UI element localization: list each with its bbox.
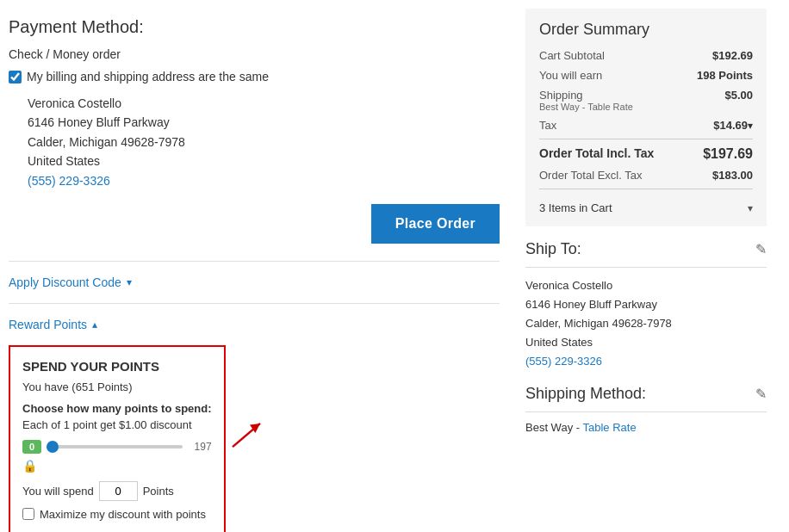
slider-row: 0 197	[22, 440, 212, 454]
items-in-cart-row[interactable]: 3 Items in Cart ▾	[539, 196, 753, 214]
billing-name: Veronica Costello	[28, 94, 500, 113]
spend-points-title: SPEND YOUR POINTS	[22, 359, 212, 374]
shipping-method-edit-icon[interactable]: ✎	[755, 386, 767, 402]
order-total-incl-row: Order Total Incl. Tax $197.69	[539, 146, 753, 162]
you-have-suffix: )	[128, 380, 132, 393]
apply-discount-toggle[interactable]: Apply Discount Code ▾	[9, 269, 500, 296]
order-total-incl-value: $197.69	[703, 146, 753, 162]
reward-chevron-icon: ▴	[92, 319, 97, 331]
ship-phone: (555) 229-3326	[525, 352, 767, 371]
you-have-prefix: You have (	[22, 380, 76, 393]
summary-divider	[539, 139, 753, 139]
left-column: Payment Method: Check / Money order My b…	[0, 9, 517, 532]
shipping-method-header: Shipping Method: ✎	[525, 385, 767, 403]
billing-phone: (555) 229-3326	[28, 171, 500, 190]
maximize-row: Maximize my discount with points	[22, 508, 212, 521]
billing-same-label: My billing and shipping address are the …	[27, 70, 269, 84]
right-column: Order Summary Cart Subtotal $192.69 You …	[517, 9, 775, 532]
payment-method-title: Payment Method:	[9, 17, 500, 37]
ship-street: 6146 Honey Bluff Parkway	[525, 295, 767, 314]
tax-value: $14.69▾	[713, 119, 753, 132]
tax-label: Tax	[539, 119, 556, 132]
shipping-method-sub: Best Way - Table Rate	[539, 102, 633, 112]
cart-subtotal-value: $192.69	[712, 49, 753, 62]
lock-icon: 🔒	[22, 459, 37, 473]
shipping-method-title: Shipping Method:	[525, 385, 646, 403]
earn-value: 198 Points	[697, 69, 753, 82]
tax-row: Tax $14.69▾	[539, 119, 753, 132]
tax-chevron[interactable]: ▾	[748, 120, 753, 132]
order-total-excl-value: $183.00	[712, 169, 753, 182]
ship-to-section: Ship To: ✎ Veronica Costello 6146 Honey …	[525, 240, 767, 371]
place-order-button[interactable]: Place Order	[371, 204, 500, 244]
spend-points-input[interactable]	[99, 481, 138, 501]
points-slider[interactable]	[47, 445, 183, 448]
shipping-method-divider	[525, 411, 767, 412]
discount-label: Apply Discount Code	[9, 275, 121, 289]
summary-divider-2	[539, 189, 753, 189]
order-total-excl-label: Order Total Excl. Tax	[539, 169, 642, 182]
ship-to-divider	[525, 267, 767, 268]
spend-prefix: You will spend	[22, 485, 94, 498]
shipping-method-section: Shipping Method: ✎ Best Way - Table Rate	[525, 385, 767, 434]
discount-chevron-icon: ▾	[127, 276, 132, 288]
reward-points-toggle[interactable]: Reward Points ▴	[9, 311, 500, 338]
spend-row: You will spend Points	[22, 481, 212, 501]
ship-name: Veronica Costello	[525, 276, 767, 295]
lock-row: 🔒	[22, 459, 212, 473]
earn-row: You will earn 198 Points	[539, 69, 753, 82]
points-count: 651 Points	[76, 380, 128, 393]
red-arrow-icon	[229, 418, 270, 452]
you-have-row: You have (651 Points)	[22, 380, 212, 393]
ship-to-address: Veronica Costello 6146 Honey Bluff Parkw…	[525, 276, 767, 371]
ship-country: United States	[525, 333, 767, 352]
shipping-method-value: Best Way - Table Rate	[525, 421, 767, 434]
order-summary-title: Order Summary	[539, 21, 753, 39]
spend-points-box: SPEND YOUR POINTS You have (651 Points) …	[9, 345, 226, 532]
shipping-label: Shipping Best Way - Table Rate	[539, 89, 633, 112]
order-total-excl-row: Order Total Excl. Tax $183.00	[539, 169, 753, 182]
choose-label: Choose how many points to spend:	[22, 402, 212, 415]
ship-to-title: Ship To:	[525, 240, 581, 258]
items-chevron-icon: ▾	[748, 202, 753, 214]
reward-label: Reward Points	[9, 318, 87, 331]
shipping-rate-name: Table Rate	[582, 421, 636, 434]
cart-subtotal-row: Cart Subtotal $192.69	[539, 49, 753, 62]
billing-address-block: Veronica Costello 6146 Honey Bluff Parkw…	[9, 94, 500, 190]
ship-city-state: Calder, Michigan 49628-7978	[525, 314, 767, 333]
place-order-row: Place Order	[9, 204, 500, 244]
shipping-row: Shipping Best Way - Table Rate $5.00	[539, 89, 753, 112]
shipping-method-label: Best Way -	[525, 421, 582, 434]
billing-country: United States	[28, 152, 500, 170]
slider-bubble: 0	[22, 440, 41, 454]
maximize-checkbox[interactable]	[22, 508, 34, 520]
ship-to-edit-icon[interactable]: ✎	[755, 241, 767, 257]
billing-same-row: My billing and shipping address are the …	[9, 70, 500, 84]
arrow-wrapper	[229, 418, 270, 455]
earn-label: You will earn	[539, 69, 602, 82]
cart-subtotal-label: Cart Subtotal	[539, 49, 605, 62]
billing-same-checkbox[interactable]	[9, 71, 22, 84]
order-total-incl-label: Order Total Incl. Tax	[539, 146, 654, 160]
each-label: Each of 1 point get $1.00 discount	[22, 418, 212, 431]
billing-city-state: Calder, Michigan 49628-7978	[28, 133, 500, 152]
spend-suffix: Points	[143, 485, 174, 498]
divider-1	[9, 261, 500, 262]
slider-max-label: 197	[188, 441, 212, 453]
shipping-value: $5.00	[724, 89, 753, 102]
maximize-label: Maximize my discount with points	[40, 508, 206, 521]
items-in-cart-label: 3 Items in Cart	[539, 201, 612, 214]
billing-street: 6146 Honey Bluff Parkway	[28, 113, 500, 132]
ship-to-header: Ship To: ✎	[525, 240, 767, 258]
order-summary-box: Order Summary Cart Subtotal $192.69 You …	[525, 9, 767, 226]
divider-2	[9, 303, 500, 304]
payment-method-value: Check / Money order	[9, 47, 500, 61]
